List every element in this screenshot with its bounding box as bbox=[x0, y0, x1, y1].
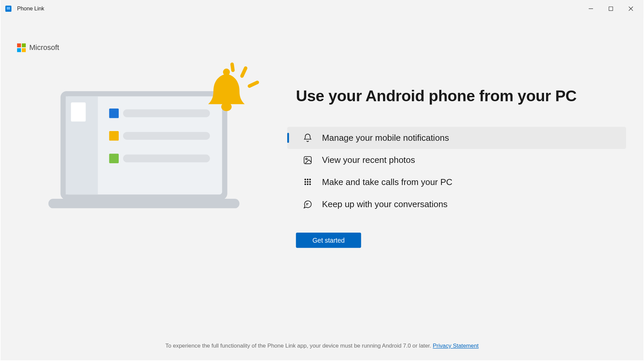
app-title: Phone Link bbox=[17, 6, 44, 12]
brand-name: Microsoft bbox=[29, 44, 59, 52]
svg-rect-13 bbox=[109, 131, 118, 140]
app-icon bbox=[5, 5, 12, 12]
svg-point-26 bbox=[309, 179, 311, 180]
dialpad-icon bbox=[303, 177, 312, 187]
svg-point-29 bbox=[309, 181, 311, 182]
notification-bell-illustration bbox=[200, 61, 261, 123]
svg-rect-11 bbox=[109, 109, 118, 118]
svg-rect-14 bbox=[123, 132, 210, 140]
titlebar: Phone Link bbox=[1, 0, 644, 17]
svg-rect-1 bbox=[7, 7, 10, 10]
right-column: Use your Android phone from your PC Mana… bbox=[287, 78, 626, 343]
svg-point-28 bbox=[307, 181, 308, 182]
svg-point-20 bbox=[223, 69, 230, 76]
chat-icon bbox=[303, 199, 312, 209]
feature-label: Make and take calls from your PC bbox=[322, 177, 452, 187]
svg-point-23 bbox=[306, 158, 307, 160]
privacy-link[interactable]: Privacy Statement bbox=[433, 343, 479, 349]
svg-point-30 bbox=[305, 183, 306, 185]
feature-list: Manage your mobile notifications View yo… bbox=[287, 127, 626, 215]
footer: To experience the full functionality of … bbox=[1, 343, 644, 360]
microsoft-logo: Microsoft bbox=[17, 44, 59, 52]
feature-calls[interactable]: Make and take calls from your PC bbox=[287, 171, 626, 193]
get-started-button[interactable]: Get started bbox=[296, 233, 361, 248]
svg-point-27 bbox=[305, 181, 306, 182]
main-content: Use your Android phone from your PC Mana… bbox=[1, 52, 644, 342]
illustration bbox=[18, 78, 270, 343]
page-headline: Use your Android phone from your PC bbox=[287, 87, 626, 105]
photo-icon bbox=[303, 155, 312, 165]
svg-rect-19 bbox=[230, 62, 235, 72]
app-window: Phone Link Microsoft bbox=[1, 0, 644, 360]
svg-rect-12 bbox=[123, 109, 210, 117]
svg-point-31 bbox=[307, 183, 308, 185]
feature-label: Manage your mobile notifications bbox=[322, 133, 449, 143]
svg-rect-17 bbox=[240, 66, 248, 78]
close-button[interactable] bbox=[621, 2, 641, 15]
svg-rect-22 bbox=[304, 157, 311, 164]
maximize-button[interactable] bbox=[601, 2, 621, 15]
feature-photos[interactable]: View your recent photos bbox=[287, 149, 626, 171]
svg-point-21 bbox=[221, 103, 232, 111]
brand-row: Microsoft bbox=[1, 17, 644, 52]
feature-label: Keep up with your conversations bbox=[322, 199, 447, 209]
svg-rect-10 bbox=[71, 103, 86, 122]
svg-point-32 bbox=[309, 183, 311, 185]
svg-rect-18 bbox=[247, 80, 260, 88]
minimize-button[interactable] bbox=[581, 2, 601, 15]
svg-rect-3 bbox=[609, 7, 613, 11]
footer-text: To experience the full functionality of … bbox=[165, 343, 433, 349]
svg-rect-16 bbox=[123, 155, 210, 162]
svg-point-24 bbox=[305, 179, 306, 180]
bell-icon bbox=[303, 133, 312, 142]
feature-label: View your recent photos bbox=[322, 155, 415, 165]
svg-point-25 bbox=[307, 179, 308, 180]
feature-notifications[interactable]: Manage your mobile notifications bbox=[287, 127, 626, 149]
microsoft-logo-icon bbox=[17, 44, 26, 52]
svg-rect-6 bbox=[48, 199, 239, 208]
svg-rect-15 bbox=[109, 154, 118, 163]
feature-conversations[interactable]: Keep up with your conversations bbox=[287, 193, 626, 215]
